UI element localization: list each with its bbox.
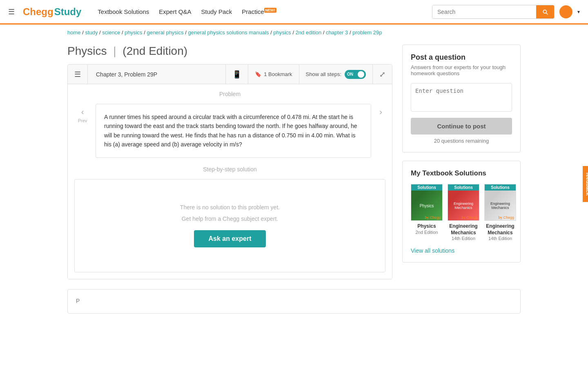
search-input[interactable] [432, 5, 536, 18]
breadcrumb-solutions-manuals[interactable]: general physics solutions manuals [188, 29, 269, 36]
book-item[interactable]: Solutions Physics by Chegg Physics 2nd E… [411, 184, 443, 241]
breadcrumb-2nd-edition[interactable]: 2nd edition [296, 29, 322, 36]
breadcrumb-general-physics[interactable]: general physics [147, 29, 183, 36]
toolbar-phone-icon[interactable]: 📱 [226, 65, 248, 84]
post-question-title: Post a question [411, 53, 512, 62]
step-section: Step-by-step solution There is no soluti… [68, 158, 392, 272]
nav-study-pack[interactable]: Study Pack [201, 8, 232, 15]
breadcrumb-physics[interactable]: physics [125, 29, 142, 36]
problem-text: A runner times his speed around a circul… [96, 104, 371, 158]
logo-study: Study [54, 6, 82, 18]
book-item[interactable]: Solutions Engineering Mechanics by Chegg… [484, 184, 516, 241]
toolbar-expand-icon[interactable]: ⤢ [373, 65, 392, 84]
solutions-badge-1: Solutions [411, 184, 442, 191]
book-edition-2: 14th Edition [452, 236, 475, 241]
book-name-2: Engineering Mechanics [448, 223, 479, 236]
book-cover-1: Solutions Physics by Chegg [411, 184, 443, 221]
toolbar-bookmark[interactable]: 🔖 1 Bookmark [248, 65, 299, 84]
header-right: ▾ [432, 5, 580, 19]
toolbar-show-steps: Show all steps: ON [299, 65, 373, 84]
hamburger-menu[interactable]: ☰ [8, 7, 15, 16]
my-textbook-solutions-card: My Textbook Solutions Solutions Physics … [402, 161, 521, 263]
breadcrumb: home / study / science / physics / gener… [0, 25, 588, 40]
new-badge: NEW! [264, 8, 276, 13]
textbook-solutions-title: My Textbook Solutions [411, 169, 512, 177]
chevron-down-icon[interactable]: ▾ [577, 9, 580, 15]
nav-expert-qa[interactable]: Expert Q&A [159, 8, 191, 15]
book-edition-3: 14th Edition [488, 236, 512, 241]
expand-icon: ⤢ [379, 70, 385, 79]
sidebar: Post a question Answers from our experts… [402, 45, 521, 279]
problem-navigation: ‹ Prev A runner times his speed around a… [68, 104, 392, 158]
feedback-tab[interactable]: feedback [583, 166, 588, 202]
books-grid: Solutions Physics by Chegg Physics 2nd E… [411, 184, 512, 241]
by-chegg-1: by Chegg [425, 215, 441, 220]
breadcrumb-science[interactable]: science [102, 29, 120, 36]
search-icon [542, 9, 548, 15]
post-question-card: Post a question Answers from our experts… [402, 45, 521, 153]
main-content: Physics | (2nd Edition) ☰ Chapter 3, Pro… [0, 45, 588, 279]
breadcrumb-chapter3[interactable]: chapter 3 [326, 29, 348, 36]
book-cover-2: Solutions Engineering Mechanics by Chegg [448, 184, 479, 221]
book-name-1: Physics [417, 223, 436, 230]
header: ☰ Chegg Study Textbook Solutions Expert … [0, 0, 588, 25]
book-edition-1: 2nd Edition [415, 230, 438, 235]
problem-toolbar: ☰ Chapter 3, Problem 29P 📱 🔖 1 Bookmark … [68, 65, 392, 84]
main-nav: Textbook Solutions Expert Q&A Study Pack… [98, 8, 276, 15]
questions-remaining: 20 questions remaining [411, 138, 512, 144]
prev-arrow[interactable]: ‹ Prev [74, 104, 91, 126]
page-title: Physics | (2nd Edition) [67, 45, 392, 58]
problem-label: Problem [68, 91, 392, 97]
view-all-solutions-link[interactable]: View all solutions [411, 247, 454, 254]
search-button[interactable] [536, 5, 554, 18]
by-chegg-2: by Chegg [461, 215, 477, 220]
step-label: Step-by-step solution [68, 166, 392, 173]
no-solution-line1: There is no solution to this problem yet… [180, 204, 280, 211]
phone-icon: 📱 [232, 70, 241, 79]
show-steps-toggle[interactable]: ON [345, 70, 366, 79]
solutions-badge-2: Solutions [448, 184, 479, 191]
question-input[interactable] [411, 83, 512, 112]
by-chegg-3: by Chegg [498, 215, 514, 220]
logo[interactable]: Chegg Study [23, 6, 81, 18]
book-name-3: Engineering Mechanics [484, 223, 516, 236]
breadcrumb-home[interactable]: home [67, 29, 81, 36]
problem-viewer: ☰ Chapter 3, Problem 29P 📱 🔖 1 Bookmark … [67, 64, 392, 279]
content-area: Physics | (2nd Edition) ☰ Chapter 3, Pro… [67, 45, 392, 279]
toolbar-list-icon[interactable]: ☰ [68, 65, 88, 84]
breadcrumb-problem29p[interactable]: problem 29p [352, 29, 382, 36]
toolbar-chapter-problem[interactable]: Chapter 3, Problem 29P [88, 65, 226, 84]
header-left: ☰ Chegg Study Textbook Solutions Expert … [8, 6, 276, 18]
next-arrow[interactable]: › [376, 104, 385, 120]
bottom-hint: P [67, 289, 521, 314]
title-divider: | [113, 45, 116, 57]
problem-content: Problem ‹ Prev A runner times his speed … [68, 84, 392, 279]
book-cover-3: Solutions Engineering Mechanics by Chegg [484, 184, 516, 221]
nav-practice[interactable]: PracticeNEW! [242, 8, 276, 15]
toggle-circle [358, 71, 364, 78]
book-item[interactable]: Solutions Engineering Mechanics by Chegg… [448, 184, 479, 241]
breadcrumb-study[interactable]: study [85, 29, 98, 36]
continue-to-post-button[interactable]: Continue to post [411, 118, 512, 135]
no-solution-line2: Get help from a Chegg subject expert. [182, 215, 278, 222]
user-avatar[interactable] [559, 5, 572, 18]
bookmark-icon: 🔖 [255, 71, 261, 77]
post-question-subtitle: Answers from our experts for your tough … [411, 64, 512, 76]
search-box [432, 5, 555, 19]
ask-expert-button[interactable]: Ask an expert [194, 230, 266, 247]
nav-textbook-solutions[interactable]: Textbook Solutions [98, 8, 149, 15]
breadcrumb-physics2[interactable]: physics [273, 29, 291, 36]
step-content: There is no solution to this problem yet… [74, 179, 385, 272]
solutions-badge-3: Solutions [485, 184, 516, 191]
logo-chegg: Chegg [23, 6, 53, 18]
